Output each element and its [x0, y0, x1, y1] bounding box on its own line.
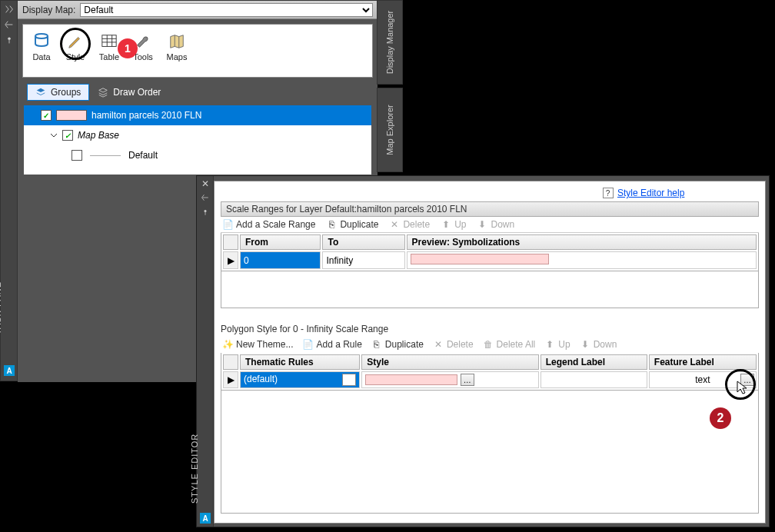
add-icon: 📄 — [222, 219, 233, 230]
display-map-select[interactable]: Default — [80, 3, 373, 17]
delete-all-button: 🗑Delete All — [483, 339, 536, 350]
tool-style[interactable]: Style — [60, 29, 91, 63]
layer-checkbox[interactable] — [62, 130, 73, 141]
col-from: From — [240, 234, 321, 250]
poly-section-title: Polygon Style for 0 - Infinity Scale Ran… — [221, 322, 759, 336]
col-rules: Thematic Rules — [240, 354, 360, 370]
tab-draw-order[interactable]: Draw Order — [89, 84, 169, 101]
col-feature: Feature Label — [649, 354, 757, 370]
style-swatch — [365, 374, 457, 385]
add-rule-button[interactable]: 📄Add a Rule — [302, 339, 361, 350]
layers-panel: hamilton parcels 2010 FLN Map Base Defau… — [24, 105, 371, 175]
delete-button: ✕Delete — [389, 219, 430, 230]
style-cell[interactable]: … — [361, 371, 538, 388]
delete-icon: ✕ — [389, 219, 400, 230]
rules-cell[interactable]: (default) … — [240, 371, 360, 388]
col-legend: Legend Label — [541, 354, 647, 370]
up-rule-button: ⬆Up — [544, 339, 570, 350]
toolbar: Data Style Table — [22, 24, 373, 78]
pin-icon[interactable] — [4, 35, 15, 45]
tool-maps[interactable]: Maps — [161, 29, 192, 63]
poly-table-body — [221, 391, 759, 514]
legend-cell[interactable] — [541, 371, 647, 388]
arrow-down-icon: ⬇ — [477, 219, 487, 230]
tab-groups[interactable]: Groups — [27, 84, 89, 101]
delete-rule-button: ✕Delete — [433, 339, 474, 350]
down-rule-button: ⬇Down — [580, 339, 617, 350]
layer-name: Map Base — [78, 130, 367, 141]
help-link[interactable]: Style Editor help — [617, 188, 684, 198]
help-row: ? Style Editor help — [221, 188, 759, 198]
preview-swatch — [411, 254, 549, 264]
tab-map-explorer[interactable]: Map Explorer — [377, 88, 403, 172]
arrow-down-icon: ⬇ — [580, 339, 590, 350]
poly-toolbar: ✨New Theme... 📄Add a Rule ⎘Duplicate ✕De… — [221, 336, 759, 353]
minimize-icon[interactable] — [4, 4, 15, 15]
style-editor-label: STYLE EDITOR — [190, 434, 199, 504]
stack-icon — [98, 87, 108, 98]
col-to: To — [322, 234, 404, 250]
corner-header — [223, 354, 238, 370]
delete-icon: ✕ — [433, 339, 444, 350]
row-selector[interactable]: ▶ — [223, 251, 238, 269]
col-style: Style — [361, 354, 538, 370]
collapse-icon[interactable] — [4, 19, 15, 30]
style-editor-sidebar: ✕ STYLE EDITOR A — [197, 176, 214, 527]
layer-checkbox[interactable] — [72, 150, 82, 161]
cursor-icon — [736, 380, 750, 395]
layer-checkbox[interactable] — [41, 110, 52, 121]
map-icon — [166, 31, 188, 52]
new-theme-button[interactable]: ✨New Theme... — [222, 339, 293, 350]
rules-edit-button[interactable]: … — [342, 374, 356, 386]
layer-row-default[interactable]: Default — [24, 145, 371, 165]
duplicate-button[interactable]: ⎘Duplicate — [326, 219, 378, 230]
table-icon — [98, 31, 120, 52]
svg-point-0 — [8, 38, 11, 41]
arrow-up-icon: ⬆ — [544, 339, 555, 350]
preview-cell[interactable] — [407, 251, 757, 269]
corner-header — [223, 234, 238, 250]
task-pane-sidebar: TASK PANE A — [1, 1, 18, 381]
duplicate-rule-button[interactable]: ⎘Duplicate — [371, 339, 424, 350]
style-edit-button[interactable]: … — [461, 374, 474, 386]
layer-row-mapbase[interactable]: Map Base — [24, 125, 371, 145]
layer-swatch — [56, 110, 87, 121]
scale-row[interactable]: ▶ 0 Infinity — [223, 251, 757, 269]
chevron-down-icon[interactable] — [50, 131, 58, 139]
copy-icon: ⎘ — [371, 339, 382, 350]
poly-table: Thematic Rules Style Legend Label Featur… — [221, 353, 759, 391]
col-preview: Preview: Symbolizations — [407, 234, 757, 250]
delete-all-icon: 🗑 — [483, 339, 494, 350]
scale-table: From To Preview: Symbolizations ▶ 0 Infi… — [221, 233, 759, 271]
callout-badge-2: 2 — [710, 407, 731, 429]
add-scale-range-button[interactable]: 📄Add a Scale Range — [222, 219, 315, 230]
scale-section-title: Scale Ranges for Layer Default:hamilton … — [221, 201, 759, 217]
collapse-icon[interactable] — [201, 193, 210, 202]
autodesk-logo-icon: A — [4, 365, 15, 376]
layers-icon — [35, 87, 46, 98]
row-selector[interactable]: ▶ — [223, 371, 238, 388]
add-icon: 📄 — [302, 339, 313, 350]
layer-name: Default — [128, 150, 367, 161]
poly-row[interactable]: ▶ (default) … … text … — [223, 371, 757, 388]
from-cell[interactable]: 0 — [240, 251, 321, 269]
svg-rect-2 — [102, 35, 116, 47]
pin-icon[interactable] — [201, 208, 210, 217]
layer-name: hamilton parcels 2010 FLN — [91, 110, 367, 121]
task-pane-label: TASK PANE — [0, 281, 2, 334]
display-map-bar: Display Map: Default — [18, 1, 378, 19]
autodesk-logo-icon: A — [200, 513, 211, 524]
tool-data[interactable]: Data — [26, 29, 57, 63]
close-icon[interactable]: ✕ — [197, 176, 213, 191]
pencil-icon — [65, 31, 86, 52]
up-button: ⬆Up — [441, 219, 466, 230]
layer-row-selected[interactable]: hamilton parcels 2010 FLN — [24, 105, 371, 125]
style-editor-body: ? Style Editor help Scale Ranges for Lay… — [214, 181, 766, 524]
arrow-up-icon: ⬆ — [441, 219, 451, 230]
down-button: ⬇Down — [477, 219, 514, 230]
to-cell[interactable]: Infinity — [322, 251, 404, 269]
tab-display-manager[interactable]: Display Manager — [377, 0, 403, 85]
scale-toolbar: 📄Add a Scale Range ⎘Duplicate ✕Delete ⬆U… — [221, 217, 759, 233]
callout-badge-1: 1 — [118, 38, 138, 58]
sparkle-icon: ✨ — [222, 339, 233, 350]
